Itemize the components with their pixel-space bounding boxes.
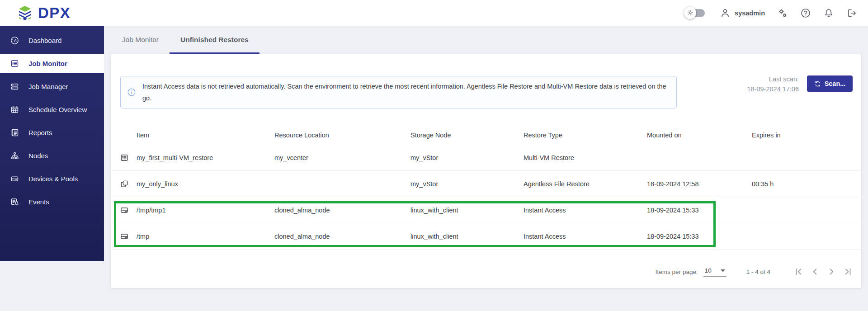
notifications-bell-icon[interactable] — [823, 8, 834, 19]
next-page-button[interactable] — [826, 267, 836, 277]
user-menu[interactable]: sysadmin — [720, 8, 765, 19]
reports-icon — [10, 128, 19, 137]
page-size-value: 10 — [705, 267, 712, 274]
sidebar-item-events[interactable]: Events — [0, 192, 104, 211]
cell-storage-node: linux_with_client — [410, 207, 524, 214]
cell-item: my_only_linux — [137, 180, 274, 188]
info-icon — [127, 88, 136, 97]
cell-restore-type: Multi-VM Restore — [524, 154, 647, 161]
prev-page-button[interactable] — [810, 267, 820, 277]
sidebar-item-label: Events — [28, 198, 49, 206]
cell-resource-location: cloned_alma_node — [274, 207, 410, 214]
sidebar-item-nodes[interactable]: Nodes — [0, 146, 104, 165]
cell-restore-type: Instant Access — [524, 233, 647, 240]
help-icon[interactable] — [800, 8, 811, 19]
pager-buttons — [794, 267, 853, 277]
last-page-button[interactable] — [843, 267, 853, 277]
disk-icon — [120, 232, 129, 241]
sidebar-item-job-monitor[interactable]: Job Monitor — [0, 54, 104, 73]
last-scan: Last scan: 18-09-2024 17:06 — [747, 74, 799, 94]
chevron-down-icon — [721, 269, 725, 272]
sidebar: Dashboard Job Monitor Job Manager Schedu… — [0, 26, 104, 261]
sidebar-item-label: Job Monitor — [28, 60, 67, 67]
cell-item: /tmp — [137, 233, 274, 240]
last-scan-time: 18-09-2024 17:06 — [747, 84, 799, 94]
cell-resource-location: my_vcenter — [274, 154, 410, 161]
person-icon — [720, 8, 731, 19]
cell-storage-node: my_vStor — [410, 154, 524, 161]
sidebar-item-label: Dashboard — [28, 37, 61, 44]
cell-item: my_first_multi-VM_restore — [137, 154, 274, 161]
column-header-restore-type: Restore Type — [524, 132, 647, 139]
table-row[interactable]: /tmp/tmp1 cloned_alma_node linux_with_cl… — [111, 197, 861, 223]
scan-button[interactable]: Scan... — [807, 75, 853, 92]
sidebar-item-devices-pools[interactable]: Devices & Pools — [0, 169, 104, 188]
column-header-storage-node: Storage Node — [410, 132, 524, 139]
tab-bar: Job Monitor Unfinished Restores — [111, 26, 259, 54]
nodes-icon — [10, 151, 19, 160]
cell-storage-node: linux_with_client — [410, 233, 524, 240]
sidebar-item-label: Reports — [28, 129, 52, 137]
dashboard-icon — [10, 36, 19, 45]
job-monitor-icon — [10, 59, 19, 68]
page-range-label: 1 - 4 of 4 — [746, 269, 770, 275]
cell-expires-in: 00:35 h — [752, 180, 861, 188]
page-size-select[interactable]: 10 — [703, 267, 726, 277]
scan-button-label: Scan... — [825, 80, 846, 87]
column-header-resource-location: Resource Location — [274, 132, 410, 139]
table-row[interactable]: my_first_multi-VM_restore my_vcenter my_… — [111, 145, 861, 171]
events-icon — [10, 197, 19, 207]
sidebar-item-label: Schedule Overview — [28, 106, 87, 113]
sidebar-item-label: Nodes — [28, 152, 48, 160]
tab-label: Job Monitor — [122, 36, 159, 44]
pagination: Items per page: 10 1 - 4 of 4 — [656, 264, 853, 279]
disk-icon — [120, 206, 129, 215]
info-banner: Instant Access data is not retrieved aut… — [120, 76, 677, 108]
refresh-icon — [814, 80, 821, 87]
sidebar-item-schedule-overview[interactable]: Schedule Overview — [0, 100, 104, 119]
dpx-logo-icon — [17, 5, 33, 21]
settings-gears-icon[interactable] — [777, 8, 788, 19]
cell-resource-location: cloned_alma_node — [274, 233, 410, 240]
cell-mounted-on: 18-09-2024 15:33 — [647, 207, 752, 214]
multi-vm-restore-icon — [120, 153, 129, 162]
logout-icon[interactable] — [846, 8, 857, 19]
restores-table: Item Resource Location Storage Node Rest… — [111, 125, 861, 250]
items-per-page-label: Items per page: — [656, 269, 698, 275]
tab-job-monitor[interactable]: Job Monitor — [111, 26, 170, 54]
info-banner-text: Instant Access data is not retrieved aut… — [142, 80, 676, 104]
table-row[interactable]: my_only_linux my_vStor Agentless File Re… — [111, 171, 861, 197]
cell-item: /tmp/tmp1 — [137, 207, 274, 214]
cell-mounted-on: 18-09-2024 15:33 — [647, 233, 752, 240]
table-row[interactable]: /tmp cloned_alma_node linux_with_client … — [111, 223, 861, 250]
job-manager-icon — [10, 82, 19, 91]
dpx-logo[interactable]: DPX — [17, 5, 71, 21]
gear-toggle-icon — [684, 7, 696, 19]
username: sysadmin — [735, 9, 765, 17]
devices-pools-icon — [10, 174, 19, 184]
theme-toggle[interactable] — [686, 9, 705, 18]
dpx-logo-text: DPX — [38, 5, 71, 20]
unfinished-restores-panel: Instant Access data is not retrieved aut… — [111, 54, 861, 288]
top-bar: DPX sysadmin — [0, 0, 868, 26]
schedule-icon — [10, 105, 19, 114]
table-header-row: Item Resource Location Storage Node Rest… — [111, 125, 861, 145]
topbar-actions: sysadmin — [686, 8, 857, 19]
cell-restore-type: Instant Access — [524, 207, 647, 214]
column-header-mounted-on: Mounted on — [647, 132, 752, 139]
sidebar-item-reports[interactable]: Reports — [0, 123, 104, 142]
sidebar-item-label: Job Manager — [28, 83, 68, 90]
agentless-file-restore-icon — [120, 179, 129, 188]
cell-mounted-on: 18-09-2024 12:58 — [647, 180, 752, 188]
first-page-button[interactable] — [794, 267, 804, 277]
sidebar-item-job-manager[interactable]: Job Manager — [0, 77, 104, 96]
tab-unfinished-restores[interactable]: Unfinished Restores — [170, 26, 259, 54]
column-header-item: Item — [137, 132, 274, 139]
sidebar-item-dashboard[interactable]: Dashboard — [0, 31, 104, 50]
cell-restore-type: Agentless File Restore — [524, 180, 647, 188]
sidebar-item-label: Devices & Pools — [28, 175, 78, 183]
tab-label: Unfinished Restores — [180, 36, 249, 44]
cell-storage-node: my_vStor — [410, 180, 524, 188]
column-header-expires-in: Expires in — [752, 132, 861, 139]
last-scan-label: Last scan: — [747, 74, 799, 84]
